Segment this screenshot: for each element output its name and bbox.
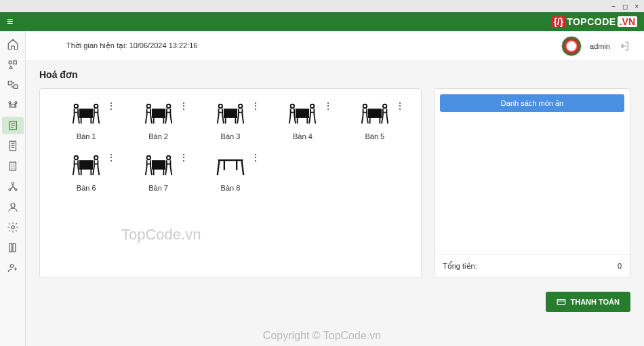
svg-rect-26 [224, 109, 237, 117]
svg-rect-32 [369, 109, 381, 117]
table-cell[interactable]: ⋮ Bàn 1 [54, 102, 119, 140]
svg-point-30 [363, 104, 367, 109]
table-icon [144, 154, 174, 178]
table-more-icon[interactable]: ⋮ [323, 102, 333, 109]
table-cell[interactable]: ⋮ Bàn 8 [198, 154, 263, 192]
table-label: Bàn 6 [77, 184, 96, 192]
sidebar-document[interactable] [2, 137, 24, 155]
svg-point-17 [10, 265, 14, 268]
table-icon [71, 154, 101, 178]
logout-icon[interactable] [618, 40, 630, 52]
window-titlebar: − ◻ × [0, 0, 644, 12]
table-cell[interactable]: ⋮ Bàn 4 [270, 102, 335, 140]
sidebar-user[interactable] [2, 198, 24, 216]
sidebar-add-user[interactable] [2, 259, 24, 277]
order-body [435, 117, 630, 254]
table-icon [216, 154, 245, 178]
sidebar-shapes[interactable] [2, 56, 24, 73]
svg-point-0 [9, 61, 12, 64]
svg-rect-9 [9, 162, 16, 170]
table-cell[interactable]: ⋮ Bàn 7 [125, 154, 190, 192]
svg-rect-23 [152, 109, 164, 117]
table-more-icon[interactable]: ⋮ [395, 102, 405, 109]
table-label: Bàn 3 [221, 132, 241, 140]
page-title: Hoá đơn [39, 69, 630, 80]
svg-rect-15 [9, 244, 12, 252]
svg-point-31 [383, 104, 387, 109]
svg-point-21 [146, 104, 150, 109]
table-more-icon[interactable]: ⋮ [179, 154, 188, 161]
avatar[interactable] [561, 36, 582, 56]
svg-rect-29 [296, 109, 308, 117]
username-label: admin [590, 42, 610, 50]
sidebar-books[interactable] [2, 239, 24, 256]
brand-name: TOPCODE [567, 16, 616, 27]
total-label: Tổng tiền: [443, 262, 477, 271]
table-more-icon[interactable]: ⋮ [251, 102, 260, 109]
table-label: Bàn 5 [365, 132, 384, 140]
table-icon [216, 102, 245, 127]
svg-rect-16 [13, 244, 16, 252]
svg-rect-3 [14, 85, 17, 88]
table-cell[interactable]: ⋮ Bàn 2 [125, 102, 190, 140]
sidebar-network[interactable] [2, 178, 24, 195]
table-icon [287, 102, 317, 127]
table-cell[interactable]: ⋮ Bàn 6 [54, 154, 119, 192]
svg-point-14 [11, 226, 14, 229]
window-close[interactable]: × [635, 3, 639, 10]
tables-panel: ⋮ Bàn 1 ⋮ Bàn 2 ⋮ Bàn 3 ⋮ Bàn 4 ⋮ Bàn 5 … [39, 88, 422, 278]
table-label: Bàn 1 [77, 132, 96, 140]
svg-rect-39 [558, 300, 566, 305]
table-cell[interactable]: ⋮ Bàn 5 [342, 102, 407, 140]
svg-rect-38 [152, 161, 164, 169]
sidebar-tables[interactable] [2, 96, 24, 114]
sidebar-building[interactable] [2, 157, 24, 175]
svg-point-5 [15, 102, 17, 104]
svg-point-36 [146, 156, 150, 160]
window-maximize[interactable]: ◻ [622, 3, 628, 10]
brand-logo: {/} TOPCODE .VN [551, 16, 637, 27]
svg-rect-1 [13, 61, 16, 64]
brand-suffix: .VN [618, 16, 637, 27]
total-value: 0 [618, 262, 622, 271]
brand-bracket-icon: {/} [551, 16, 565, 27]
svg-point-22 [167, 104, 171, 109]
table-cell[interactable]: ⋮ Bàn 3 [198, 102, 263, 140]
sidebar-home[interactable] [2, 35, 24, 53]
header-row: Thời gian hiện tại: 10/06/2024 13:22:16 … [26, 31, 644, 61]
card-icon [557, 297, 566, 307]
table-more-icon[interactable]: ⋮ [251, 154, 260, 161]
total-row: Tổng tiền: 0 [435, 254, 630, 277]
sidebar [0, 31, 26, 346]
table-icon [144, 102, 174, 127]
menu-list-button[interactable]: Danh sách món ăn [440, 94, 624, 112]
table-label: Bàn 2 [148, 132, 168, 140]
order-panel: Danh sách món ăn Tổng tiền: 0 [434, 88, 630, 278]
svg-point-27 [291, 104, 295, 109]
svg-rect-20 [80, 109, 92, 117]
window-minimize[interactable]: − [611, 3, 616, 10]
hamburger-icon[interactable]: ≡ [7, 16, 13, 28]
current-time: Thời gian hiện tại: 10/06/2024 13:22:16 [66, 41, 197, 50]
svg-point-18 [75, 104, 79, 109]
svg-point-34 [94, 156, 98, 160]
table-more-icon[interactable]: ⋮ [106, 102, 116, 109]
svg-rect-6 [11, 104, 15, 108]
table-icon [360, 102, 390, 127]
pay-button[interactable]: THANH TOÁN [546, 292, 630, 312]
sidebar-transfer[interactable] [2, 76, 24, 94]
top-bar: ≡ {/} TOPCODE .VN [0, 12, 644, 31]
svg-point-4 [9, 102, 11, 104]
table-more-icon[interactable]: ⋮ [106, 154, 116, 161]
footer-watermark: Copyright © TopCode.vn [263, 330, 381, 342]
user-block: admin [561, 36, 630, 56]
sidebar-settings[interactable] [2, 218, 24, 236]
svg-point-37 [167, 156, 171, 160]
table-icon [71, 102, 101, 127]
svg-rect-2 [8, 81, 12, 85]
table-label: Bàn 8 [221, 184, 241, 192]
table-more-icon[interactable]: ⋮ [179, 102, 188, 109]
svg-point-25 [239, 104, 243, 109]
sidebar-invoice[interactable] [2, 117, 24, 134]
svg-point-19 [94, 104, 98, 109]
